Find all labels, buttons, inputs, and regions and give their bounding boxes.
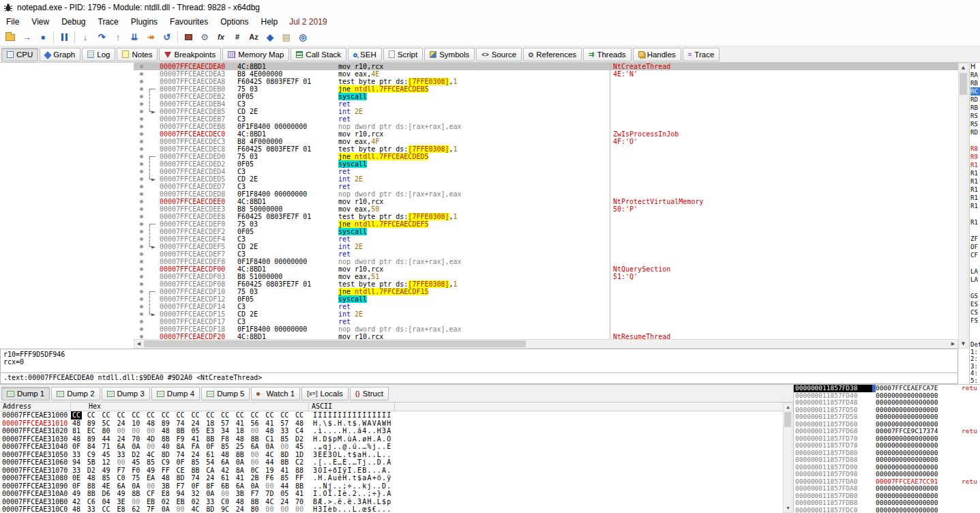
hex-byte[interactable]: 4C	[264, 451, 279, 459]
scroll-up-icon[interactable]: ▲	[959, 63, 968, 72]
register-row[interactable]: R1	[970, 186, 980, 194]
hex-byte[interactable]: 8D	[175, 474, 190, 482]
hex-byte[interactable]: F7	[250, 490, 265, 498]
hex-byte[interactable]: CC	[130, 411, 145, 420]
dump-scroll-up-icon[interactable]: ▲	[784, 403, 792, 411]
menu-plugins[interactable]: Plugins	[125, 16, 164, 28]
hex-byte[interactable]: CC	[86, 411, 101, 420]
hex-byte[interactable]: 71	[101, 443, 116, 451]
hex-byte[interactable]: 48	[71, 435, 86, 443]
dump-row[interactable]: 00007FFCEAE310900F884E6A0A003BF70F8F6B6A…	[0, 482, 793, 490]
hex-byte[interactable]: 8B	[190, 467, 205, 475]
disasm-row[interactable]: 00007FFCEAECDF180F1F8400 00000000nop dwo…	[134, 325, 958, 333]
tab-handles[interactable]: Handles	[633, 48, 681, 61]
register-row[interactable]: RB	[970, 104, 980, 112]
hex-byte[interactable]: CC	[101, 505, 116, 513]
hex-byte[interactable]: CC	[190, 411, 205, 420]
breakpoint-dot[interactable]	[138, 213, 146, 220]
register-row[interactable]: R1	[970, 218, 980, 226]
tab-dump-3[interactable]: Dump 3	[102, 387, 150, 400]
hex-byte[interactable]: 88	[294, 467, 309, 475]
breakpoint-dot[interactable]	[138, 243, 146, 250]
hex-byte[interactable]: 4C	[190, 505, 205, 513]
disasm-row[interactable]: 00007FFCEAECDEE3B8 50000000mov eax,5050:…	[134, 205, 958, 213]
hex-byte[interactable]: 85	[145, 458, 160, 467]
hex-byte[interactable]: 0E	[71, 474, 86, 482]
hex-byte[interactable]: 48	[294, 420, 309, 428]
hex-byte[interactable]: 8B	[294, 482, 309, 490]
breakpoint-dot[interactable]	[138, 93, 146, 100]
tab-log[interactable]: Log	[82, 48, 115, 61]
disasm-row[interactable]: 00007FFCEAECDED80F1F8400 00000000nop dwo…	[134, 190, 958, 198]
hex-byte[interactable]: 8B	[235, 451, 250, 459]
disasm-row[interactable]: ╎00007FFCEAECDEB4C3ret	[134, 100, 958, 108]
hex-byte[interactable]: 85	[220, 443, 235, 451]
hex-byte[interactable]: 4C	[145, 451, 160, 459]
breakpoint-dot[interactable]	[138, 205, 146, 213]
stack-row[interactable]: 000000011857FD6800007FFCE9C17374retu	[794, 428, 980, 435]
register-row[interactable]: R9	[970, 153, 980, 161]
calling-convention-label[interactable]: Def	[970, 341, 980, 349]
hex-byte[interactable]: 25	[235, 443, 250, 451]
hex-byte[interactable]: EB	[175, 498, 190, 506]
hex-byte[interactable]: 18	[235, 427, 250, 435]
stop-button[interactable]: ■	[35, 30, 51, 45]
hex-byte[interactable]: 00	[130, 498, 145, 506]
hex-byte[interactable]: 9C	[220, 505, 235, 513]
register-row[interactable]: OF	[970, 243, 980, 251]
breakpoint-dot[interactable]	[138, 160, 146, 168]
hex-byte[interactable]: 0F	[205, 443, 220, 451]
hex-byte[interactable]: 8B	[205, 435, 220, 443]
dump-row[interactable]: 00007FFCEAE3103048894424704D8BF9418BF848…	[0, 435, 793, 443]
hex-byte[interactable]: 41	[264, 420, 279, 428]
hex-byte[interactable]: 61	[220, 474, 235, 482]
disasm-row[interactable]: └►00007FFCEAECDF15CD 2Eint 2E	[134, 310, 958, 318]
hex-byte[interactable]: CC	[264, 411, 279, 420]
register-row[interactable]: RS	[970, 120, 980, 128]
argument-row[interactable]: 1:	[970, 349, 980, 356]
disasm-row[interactable]: 00007FFCEAECDEE8F60425 0803FE7F 01test b…	[134, 213, 958, 220]
dump-vscroll-thumb[interactable]	[784, 412, 791, 427]
hex-byte[interactable]: 74	[190, 474, 205, 482]
step-into-button[interactable]: ↓	[77, 30, 93, 45]
tab-memory-map[interactable]: Memory Map	[222, 48, 289, 61]
hex-byte[interactable]: 1D	[294, 451, 309, 459]
hex-byte[interactable]: F7	[175, 482, 190, 490]
hex-byte[interactable]: EC	[86, 427, 101, 435]
disasm-row[interactable]: 00007FFCEAECDF004C:8BD1mov r10,rcxNtQuer…	[134, 265, 958, 273]
dump-row[interactable]: 00007FFCEAE3105033C94533D24C8D742461488B…	[0, 451, 793, 459]
breakpoint-dot[interactable]	[138, 153, 146, 160]
register-row[interactable]	[970, 210, 980, 218]
scroll-right-icon[interactable]: ▶	[949, 340, 957, 348]
disasm-row[interactable]: 00007FFCEAECDEA04C:8BD1mov r10,rcxNtCrea…	[134, 63, 958, 70]
hex-byte[interactable]: 41	[235, 474, 250, 482]
disasm-row[interactable]: ╎00007FFCEAECDEF20F05syscall	[134, 228, 958, 235]
breakpoint-dot[interactable]	[138, 100, 146, 108]
stack-row[interactable]: 000000011857FD980000000000000000	[794, 471, 980, 478]
hex-byte[interactable]: 54	[205, 458, 220, 467]
hex-byte[interactable]: 8B	[175, 427, 190, 435]
disasm-row[interactable]: 00007FFCEAECDF17C3ret	[134, 318, 958, 325]
hex-byte[interactable]: 80	[101, 427, 116, 435]
breakpoint-dot[interactable]	[138, 78, 146, 85]
about-button[interactable]: ◎	[295, 30, 311, 45]
hex-byte[interactable]: 00	[264, 482, 279, 490]
hscroll-thumb[interactable]	[144, 340, 526, 347]
breakpoint-dot[interactable]	[138, 295, 146, 303]
hex-byte[interactable]: 44	[264, 458, 279, 467]
hex-byte[interactable]: 8B	[160, 435, 175, 443]
tab-cpu[interactable]: CPU	[1, 48, 38, 61]
hex-byte[interactable]: 45	[101, 451, 116, 459]
menu-favourites[interactable]: Favourites	[164, 16, 214, 28]
breakpoint-dot[interactable]	[138, 63, 146, 70]
settings-button[interactable]: ⚙	[196, 30, 213, 45]
dump-row[interactable]: 00007FFCEAE310400F84716A0A00408AFA0F8525…	[0, 443, 793, 451]
hex-byte[interactable]: 10	[130, 420, 145, 428]
register-row[interactable]: RC	[970, 87, 980, 96]
hex-byte[interactable]: 00	[250, 427, 265, 435]
hex-byte[interactable]: 57	[279, 420, 294, 428]
hex-byte[interactable]: 4E	[101, 482, 116, 490]
stack-row[interactable]: 000000011857FD880000000000000000	[794, 456, 980, 464]
hex-byte[interactable]: 6B	[220, 482, 235, 490]
hex-byte[interactable]: 94	[71, 458, 86, 467]
